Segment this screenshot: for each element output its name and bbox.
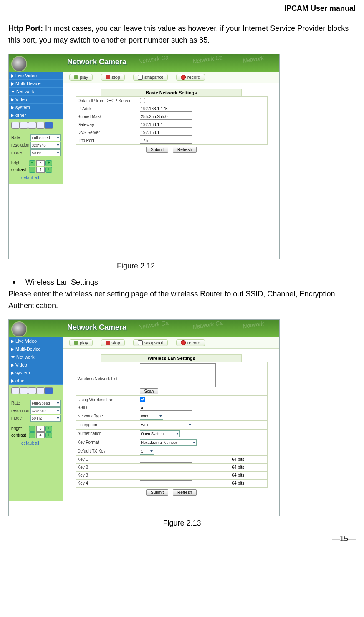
- ptz-button[interactable]: [36, 387, 45, 394]
- sidebar-item-other[interactable]: other: [9, 111, 63, 119]
- basic-network-table: Obtain IP from DHCP Server IP Addr Subne…: [76, 96, 268, 145]
- dhcp-cell: [138, 96, 267, 105]
- ptz-button[interactable]: [20, 122, 28, 129]
- key2-label: Key 2: [76, 463, 138, 471]
- resolution-select[interactable]: 320*240: [30, 142, 61, 149]
- contrast-plus-button[interactable]: +: [46, 432, 52, 438]
- contrast-plus-button[interactable]: +: [46, 167, 52, 173]
- encryption-select[interactable]: WEP: [140, 422, 192, 428]
- network-type-select[interactable]: Infra: [140, 413, 163, 420]
- subnet-field[interactable]: [140, 114, 192, 120]
- key4-bits-select[interactable]: 64 bits: [232, 481, 244, 486]
- banner: Network Camera Network Ca Network Ca Net…: [9, 320, 279, 337]
- banner: Network Camera Network Ca Network Ca Net…: [9, 54, 279, 72]
- page-number: —15—: [8, 534, 356, 543]
- default-all-link[interactable]: default all: [21, 441, 63, 445]
- submit-button[interactable]: Submit: [146, 489, 168, 496]
- bright-value: 6: [36, 426, 45, 432]
- rate-label: Rate: [11, 135, 30, 140]
- sidebar: Live Video Multi-Device Net work Video s…: [9, 337, 63, 501]
- sidebar-item-system[interactable]: system: [9, 104, 63, 111]
- resolution-label: resolution: [11, 408, 30, 413]
- sidebar-item-video[interactable]: Video: [9, 361, 63, 369]
- dns-field[interactable]: [140, 130, 192, 136]
- sidebar-item-network[interactable]: Net work: [9, 88, 63, 96]
- keyformat-select[interactable]: Hexadecimal Number: [140, 439, 197, 446]
- snapshot-button[interactable]: snapshot: [133, 74, 168, 81]
- play-button[interactable]: play: [69, 339, 93, 346]
- contrast-label: contrast: [11, 167, 28, 172]
- record-button[interactable]: record: [176, 339, 205, 346]
- key3-field[interactable]: [140, 473, 192, 478]
- sidebar-item-system[interactable]: system: [9, 369, 63, 377]
- wireless-settings-table: Wireless Network List Scan Using Wireles…: [76, 362, 268, 488]
- ptz-button[interactable]: [28, 387, 36, 394]
- contrast-label: contrast: [11, 433, 28, 437]
- ptz-button[interactable]: [36, 122, 45, 129]
- sidebar-item-live-video[interactable]: Live Video: [9, 72, 63, 80]
- key4-label: Key 4: [76, 479, 138, 487]
- figure-2-13-screenshot: Network Camera Network Ca Network Ca Net…: [8, 319, 280, 516]
- gateway-field[interactable]: [140, 122, 192, 128]
- sidebar-item-multi-device[interactable]: Multi-Device: [9, 345, 63, 353]
- doc-header: IPCAM User manual: [8, 4, 356, 15]
- record-button[interactable]: record: [176, 74, 205, 81]
- bright-plus-button[interactable]: +: [46, 426, 52, 432]
- bright-label: bright: [11, 426, 28, 431]
- figure-2-13-caption: Figure 2.13: [8, 519, 356, 528]
- contrast-minus-button[interactable]: −: [29, 432, 35, 438]
- ipaddr-field[interactable]: [140, 106, 192, 112]
- camera-lens-icon: [11, 56, 27, 72]
- watermark: Network: [242, 320, 264, 329]
- ptz-button[interactable]: [11, 122, 20, 129]
- snapshot-button[interactable]: snapshot: [133, 339, 168, 346]
- auth-label: Authetication: [76, 429, 138, 438]
- default-all-link[interactable]: default all: [21, 175, 63, 180]
- gateway-label: Gateway: [76, 121, 138, 129]
- wireless-list[interactable]: [140, 363, 216, 387]
- ptz-button[interactable]: [45, 122, 53, 129]
- scan-button[interactable]: Scan: [140, 388, 159, 394]
- auth-select[interactable]: Open System: [140, 430, 180, 437]
- ptz-button[interactable]: [20, 387, 28, 394]
- refresh-button[interactable]: Refresh: [173, 489, 197, 496]
- bright-minus-button[interactable]: −: [29, 160, 35, 166]
- play-button[interactable]: play: [69, 74, 93, 81]
- refresh-button[interactable]: Refresh: [173, 147, 197, 153]
- key1-bits-select[interactable]: 64 bits: [232, 457, 244, 462]
- stop-button[interactable]: stop: [101, 74, 125, 81]
- banner-title: Network Camera: [67, 58, 126, 66]
- key4-field[interactable]: [140, 480, 192, 486]
- dhcp-checkbox[interactable]: [140, 98, 145, 103]
- ssid-label: SSID: [76, 404, 138, 412]
- bright-plus-button[interactable]: +: [46, 160, 52, 166]
- contrast-minus-button[interactable]: −: [29, 167, 35, 173]
- rate-select[interactable]: Full-Speed: [30, 400, 61, 407]
- resolution-select[interactable]: 320*240: [30, 407, 61, 414]
- sidebar-item-network[interactable]: Net work: [9, 353, 63, 361]
- bright-value: 6: [36, 160, 45, 166]
- mode-select[interactable]: 50 HZ: [30, 415, 61, 422]
- using-wlan-checkbox[interactable]: [140, 397, 145, 402]
- default-txkey-select[interactable]: 1: [140, 448, 154, 455]
- stop-button[interactable]: stop: [101, 339, 125, 346]
- ptz-button[interactable]: [11, 387, 20, 394]
- sidebar-item-multi-device[interactable]: Multi-Device: [9, 80, 63, 88]
- httpport-field[interactable]: [140, 138, 192, 144]
- ssid-field[interactable]: [140, 405, 192, 411]
- sidebar-item-live-video[interactable]: Live Video: [9, 337, 63, 345]
- rate-select[interactable]: Full-Speed: [30, 134, 61, 141]
- sidebar-item-video[interactable]: Video: [9, 96, 63, 104]
- key2-field[interactable]: [140, 465, 192, 470]
- key2-bits-select[interactable]: 64 bits: [232, 465, 244, 470]
- ptz-button[interactable]: [28, 122, 36, 129]
- key1-field[interactable]: [140, 457, 192, 463]
- mode-select[interactable]: 50 HZ: [30, 149, 61, 156]
- key3-bits-select[interactable]: 64 bits: [232, 473, 244, 478]
- ptz-button[interactable]: [45, 387, 53, 394]
- bright-minus-button[interactable]: −: [29, 426, 35, 432]
- watermark: Network: [242, 54, 264, 64]
- http-port-rest: In most cases, you can leave this value …: [8, 24, 349, 44]
- sidebar-item-other[interactable]: other: [9, 377, 63, 385]
- submit-button[interactable]: Submit: [146, 147, 168, 153]
